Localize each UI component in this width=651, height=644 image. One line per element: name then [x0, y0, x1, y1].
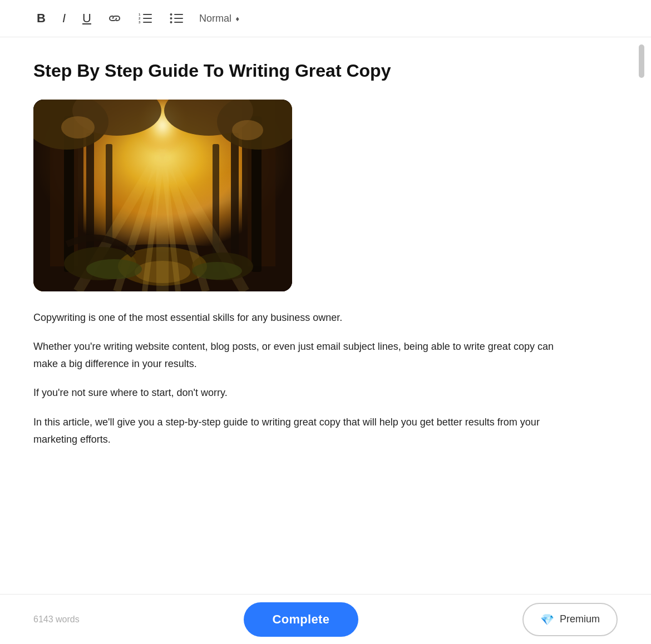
premium-button[interactable]: 💎 Premium — [522, 603, 618, 636]
svg-point-36 — [61, 116, 95, 138]
diamond-icon: 💎 — [540, 613, 554, 626]
toolbar: B I U 1 2 3 Normal ⬧ — [0, 0, 651, 37]
svg-text:3: 3 — [139, 21, 141, 24]
svg-text:1: 1 — [139, 13, 141, 16]
bottom-bar: 6143 words Complete 💎 Premium — [0, 594, 651, 644]
underline-button[interactable]: U — [79, 10, 95, 27]
chevron-down-icon: ⬧ — [235, 13, 240, 23]
article-title: Step By Step Guide To Writing Great Copy — [33, 60, 618, 83]
paragraph-4: In this article, we'll give you a step-b… — [33, 414, 579, 448]
svg-point-42 — [86, 259, 142, 279]
article-image — [33, 100, 292, 291]
bold-button[interactable]: B — [33, 10, 49, 27]
svg-point-10 — [170, 17, 172, 19]
style-select-label: Normal — [199, 13, 231, 24]
svg-point-37 — [232, 120, 263, 140]
svg-point-11 — [170, 21, 172, 23]
premium-label: Premium — [560, 613, 600, 625]
link-button[interactable] — [105, 12, 125, 25]
style-select[interactable]: Normal ⬧ — [199, 13, 240, 24]
svg-point-41 — [135, 261, 190, 283]
svg-point-43 — [192, 262, 242, 280]
word-count: 6143 words — [33, 615, 80, 625]
complete-button[interactable]: Complete — [244, 602, 359, 637]
paragraph-1: Copywriting is one of the most essential… — [33, 309, 579, 326]
content-area: Step By Step Guide To Writing Great Copy — [0, 37, 651, 592]
ordered-list-button[interactable]: 1 2 3 — [135, 10, 156, 27]
article-image-wrapper — [33, 100, 618, 291]
unordered-list-button[interactable] — [166, 10, 187, 27]
italic-button[interactable]: I — [59, 10, 69, 27]
svg-text:2: 2 — [139, 17, 141, 20]
svg-point-9 — [170, 13, 172, 16]
paragraph-3: If you're not sure where to start, don't… — [33, 384, 579, 402]
paragraph-2: Whether you're writing website content, … — [33, 338, 579, 372]
